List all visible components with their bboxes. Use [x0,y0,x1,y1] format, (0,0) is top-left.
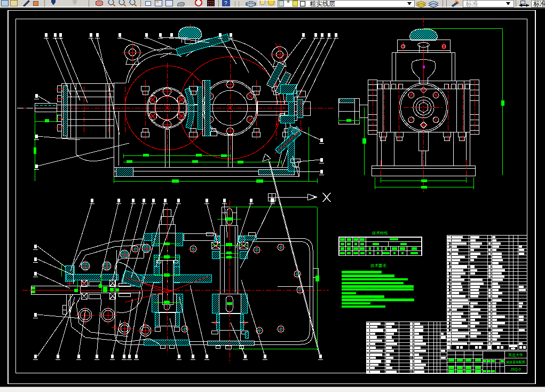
svg-text:东北大学: 东北大学 [508,353,523,357]
svg-text:粗实线层: 粗实线层 [310,0,335,7]
svg-text:减速器装配图: 减速器装配图 [506,360,525,364]
svg-text:标准: 标准 [465,0,478,7]
svg-text:?: ? [224,1,227,6]
svg-text:标准: 标准 [533,0,545,7]
svg-text:技术特性: 技术特性 [372,231,389,236]
svg-text:技术要求: 技术要求 [370,263,387,268]
svg-text:JSQ-0: JSQ-0 [510,367,521,372]
